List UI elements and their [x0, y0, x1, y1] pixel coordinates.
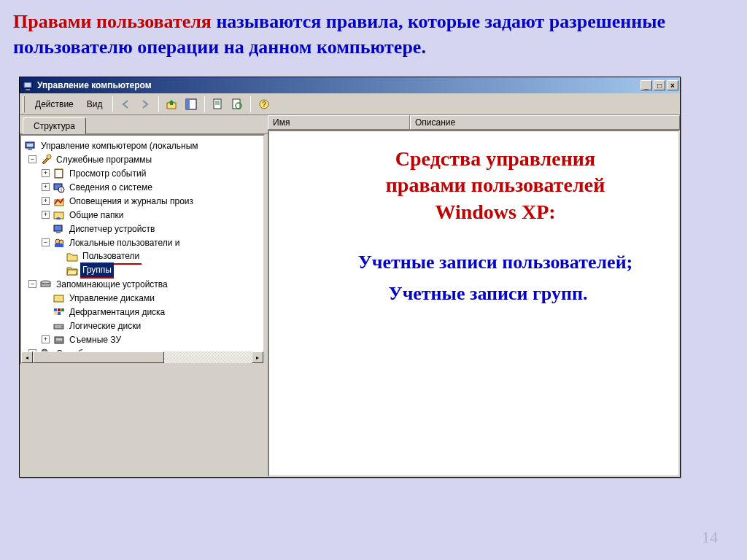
svg-text:?: ? [262, 101, 266, 109]
shared-folder-icon [53, 209, 65, 221]
drive-icon [53, 320, 65, 332]
computer-icon [25, 140, 36, 152]
back-button[interactable] [117, 96, 135, 113]
collapse-icon[interactable]: − [28, 280, 36, 288]
tree-diskmgmt[interactable]: Управление дисками [23, 291, 262, 305]
show-hide-tree-button[interactable] [182, 96, 200, 113]
tree-utilities[interactable]: − Служебные программы [23, 152, 262, 166]
tree-alerts[interactable]: + Оповещения и журналы произ [23, 194, 262, 208]
col-name[interactable]: Имя [268, 115, 410, 130]
svg-rect-31 [58, 308, 61, 311]
tree-logical[interactable]: Логические диски [23, 319, 262, 332]
scroll-thumb[interactable] [33, 351, 164, 363]
folder-open-icon [66, 265, 78, 276]
info-icon: i [53, 182, 65, 193]
svg-rect-33 [54, 312, 57, 315]
device-icon [53, 223, 65, 235]
defrag-icon [53, 306, 65, 318]
disk-icon [53, 292, 65, 304]
svg-rect-29 [54, 295, 63, 302]
expand-icon[interactable]: + [42, 169, 50, 177]
scroll-left-button[interactable]: ◂ [21, 351, 33, 363]
up-button[interactable] [163, 96, 181, 113]
storage-icon [40, 279, 52, 290]
expand-icon[interactable]: + [42, 197, 50, 205]
svg-rect-2 [26, 89, 30, 90]
svg-point-36 [61, 326, 63, 327]
tree-root[interactable]: Управление компьютером (локальным [23, 139, 262, 152]
refresh-button[interactable] [228, 96, 246, 113]
list-pane[interactable]: Средства управления правами пользователе… [268, 130, 680, 477]
forward-button[interactable] [136, 96, 154, 113]
toolbar-grip[interactable] [23, 96, 25, 112]
slide-heading: Правами пользователя называются правила,… [0, 0, 747, 66]
folder-icon [66, 251, 78, 262]
help-button[interactable]: ? [255, 96, 273, 113]
scroll-right-button[interactable]: ▸ [252, 351, 263, 363]
tree-local-users[interactable]: − Локальные пользователи и [23, 236, 262, 249]
svg-rect-16 [55, 170, 62, 177]
col-desc[interactable]: Описание [410, 115, 680, 130]
svg-rect-38 [56, 338, 62, 341]
menu-view[interactable]: Вид [81, 97, 109, 112]
expand-icon[interactable]: + [42, 211, 50, 219]
tree-pane: Управление компьютером (локальным − Служ… [20, 134, 265, 365]
toolbar: Действие Вид ? [20, 93, 680, 115]
svg-rect-1 [25, 83, 31, 87]
svg-point-14 [47, 155, 51, 159]
tree-users[interactable]: Пользователи [23, 249, 262, 263]
page-number: 14 [702, 528, 718, 547]
svg-rect-34 [58, 312, 61, 315]
svg-rect-26 [55, 244, 63, 247]
overlay-title: Средства управления правами пользователе… [306, 146, 680, 225]
collapse-icon[interactable]: − [28, 155, 36, 163]
svg-rect-12 [27, 144, 33, 147]
maximize-button[interactable]: □ [654, 80, 665, 90]
tab-structure[interactable]: Структура [23, 117, 86, 134]
expand-icon[interactable]: + [42, 183, 50, 191]
tree-storage[interactable]: − Запоминающие устройства [23, 277, 262, 291]
tree-groups[interactable]: Группы [23, 263, 262, 277]
svg-rect-13 [28, 149, 32, 150]
book-icon [53, 168, 65, 179]
users-icon [53, 237, 65, 249]
svg-rect-23 [56, 232, 61, 233]
horizontal-scrollbar[interactable]: ◂ ▸ [21, 351, 263, 363]
tabs: Структура [20, 115, 268, 134]
menu-action[interactable]: Действие [29, 97, 80, 112]
svg-rect-22 [54, 225, 62, 231]
app-icon [23, 79, 34, 91]
tree-devmgr[interactable]: Диспетчер устройств [23, 222, 262, 236]
svg-point-28 [41, 281, 50, 284]
tree-event-viewer[interactable]: + Просмотр событий [23, 166, 262, 180]
titlebar[interactable]: Управление компьютером _ □ × [20, 77, 680, 93]
minimize-button[interactable]: _ [640, 80, 652, 90]
tree-removable[interactable]: + Съемные ЗУ [23, 332, 262, 346]
tree[interactable]: Управление компьютером (локальным − Служ… [21, 136, 263, 363]
close-button[interactable]: × [667, 80, 678, 90]
svg-rect-5 [186, 99, 190, 109]
overlay-line1: Учетные записи пользователей; [269, 252, 680, 273]
collapse-icon[interactable]: − [42, 238, 50, 246]
tree-shared[interactable]: + Общие папки [23, 208, 262, 222]
mmc-window: Управление компьютером _ □ × Действие Ви… [19, 77, 681, 478]
svg-rect-32 [61, 308, 64, 311]
tree-sysinfo[interactable]: + i Сведения о системе [23, 180, 262, 194]
alert-icon [53, 195, 65, 207]
list-header: Имя Описание [268, 115, 680, 130]
window-title: Управление компьютером [37, 80, 152, 90]
removable-icon [53, 334, 65, 346]
overlay-line2: Учетные записи групп. [291, 283, 680, 305]
properties-button[interactable] [209, 96, 227, 113]
tree-defrag[interactable]: Дефрагментация диска [23, 305, 262, 319]
heading-red: Правами пользователя [13, 11, 212, 32]
svg-rect-30 [54, 308, 57, 311]
expand-icon[interactable]: + [42, 335, 50, 343]
tools-icon [40, 154, 52, 166]
